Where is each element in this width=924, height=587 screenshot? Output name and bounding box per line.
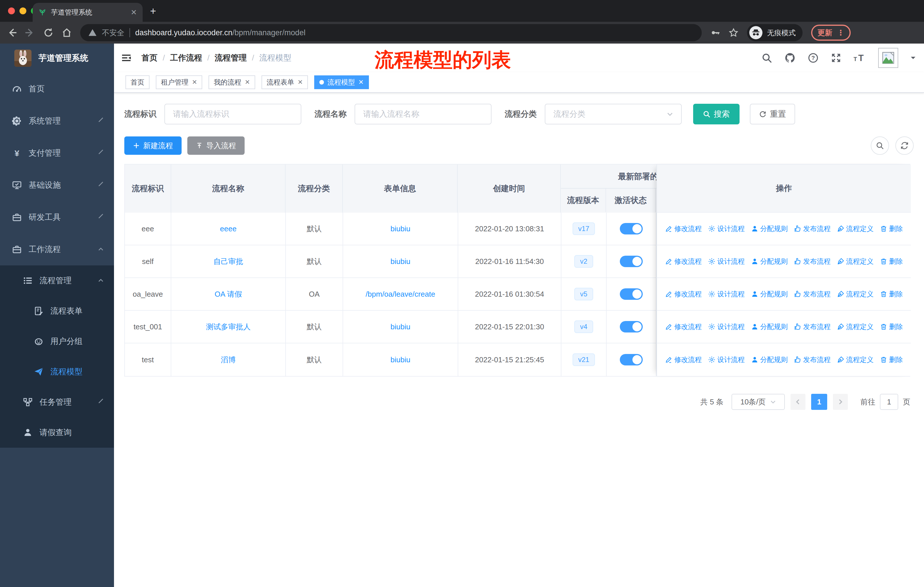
tag-close-icon[interactable]: ✕ xyxy=(298,79,303,86)
cell-process-name-link[interactable]: 测试多审批人 xyxy=(171,311,286,343)
breadcrumb-item[interactable]: 流程管理 xyxy=(215,53,247,63)
publish-process-link[interactable]: 发布流程 xyxy=(794,355,831,364)
edit-process-link[interactable]: 修改流程 xyxy=(665,322,702,331)
edit-process-link[interactable]: 修改流程 xyxy=(665,224,702,233)
active-toggle[interactable] xyxy=(620,223,643,235)
version-badge[interactable]: v2 xyxy=(574,255,593,268)
cell-process-name-link[interactable]: 自己审批 xyxy=(171,245,286,278)
tag-close-icon[interactable]: ✕ xyxy=(244,79,250,86)
tag-tenant[interactable]: 租户管理✕ xyxy=(156,75,202,89)
sidebar-item-task-mgmt[interactable]: 任务管理 xyxy=(0,387,114,417)
active-toggle[interactable] xyxy=(620,256,643,267)
sidebar-item-process-mgmt[interactable]: 流程管理 xyxy=(0,265,114,296)
tag-close-icon[interactable]: ✕ xyxy=(358,79,363,86)
help-icon[interactable]: ? xyxy=(808,53,818,63)
toggle-search-button[interactable] xyxy=(871,136,889,155)
active-toggle[interactable] xyxy=(620,321,643,332)
delete-link[interactable]: 删除 xyxy=(880,224,903,233)
cell-process-name-link[interactable]: 滔博 xyxy=(171,343,286,376)
process-name-input[interactable] xyxy=(355,104,492,124)
page-size-select[interactable]: 10条/页 xyxy=(731,394,785,410)
menu-kebab-icon[interactable]: ⋮ xyxy=(837,29,844,36)
tag-process-model[interactable]: 流程模型✕ xyxy=(314,75,369,89)
tag-close-icon[interactable]: ✕ xyxy=(192,79,197,86)
version-badge[interactable]: v5 xyxy=(574,288,593,300)
breadcrumb-item[interactable]: 流程模型 xyxy=(259,53,291,63)
delete-link[interactable]: 删除 xyxy=(880,322,903,331)
assign-rule-link[interactable]: 分配规则 xyxy=(751,289,788,299)
edit-process-link[interactable]: 修改流程 xyxy=(665,289,702,299)
design-process-link[interactable]: 设计流程 xyxy=(708,355,745,364)
cell-form-link[interactable]: /bpm/oa/leave/create xyxy=(343,278,458,310)
cell-form-link[interactable]: biubiu xyxy=(343,311,458,343)
publish-process-link[interactable]: 发布流程 xyxy=(794,224,831,233)
assign-rule-link[interactable]: 分配规则 xyxy=(751,224,788,233)
reload-icon[interactable] xyxy=(43,28,53,38)
sidebar-header[interactable]: 芋道管理系统 xyxy=(0,43,114,73)
forward-icon[interactable] xyxy=(25,28,35,38)
assign-rule-link[interactable]: 分配规则 xyxy=(751,355,788,364)
tab-close-icon[interactable]: ✕ xyxy=(130,8,137,17)
process-id-input[interactable] xyxy=(164,104,301,124)
version-badge[interactable]: v21 xyxy=(573,354,595,366)
close-window-button[interactable] xyxy=(8,7,15,14)
refresh-table-button[interactable] xyxy=(895,136,914,155)
font-size-icon[interactable]: TT xyxy=(853,53,866,63)
current-page-button[interactable]: 1 xyxy=(811,394,827,410)
breadcrumb-item[interactable]: 工作流程 xyxy=(170,53,202,63)
process-definition-link[interactable]: 流程定义 xyxy=(837,355,874,364)
warning-icon[interactable] xyxy=(88,28,97,37)
design-process-link[interactable]: 设计流程 xyxy=(708,289,745,299)
reset-button[interactable]: 重置 xyxy=(750,104,795,124)
edit-process-link[interactable]: 修改流程 xyxy=(665,355,702,364)
sidebar-item-devtools[interactable]: 研发工具 xyxy=(0,201,114,233)
back-icon[interactable] xyxy=(7,28,16,38)
sidebar-item-system[interactable]: 系统管理 xyxy=(0,105,114,137)
next-page-button[interactable] xyxy=(833,394,848,410)
version-badge[interactable]: v17 xyxy=(573,222,595,235)
browser-tab[interactable]: 芋道管理系统 ✕ xyxy=(33,3,143,22)
edit-process-link[interactable]: 修改流程 xyxy=(665,257,702,266)
design-process-link[interactable]: 设计流程 xyxy=(708,257,745,266)
delete-link[interactable]: 删除 xyxy=(880,257,903,266)
tag-my-process[interactable]: 我的流程✕ xyxy=(208,75,255,89)
publish-process-link[interactable]: 发布流程 xyxy=(794,322,831,331)
cell-form-link[interactable]: biubiu xyxy=(343,245,458,278)
tag-process-form[interactable]: 流程表单✕ xyxy=(261,75,308,89)
assign-rule-link[interactable]: 分配规则 xyxy=(751,257,788,266)
address-field[interactable]: 不安全 dashboard.yudao.iocoder.cn/bpm/manag… xyxy=(80,24,702,41)
process-definition-link[interactable]: 流程定义 xyxy=(837,289,874,299)
process-definition-link[interactable]: 流程定义 xyxy=(837,224,874,233)
breadcrumb-item[interactable]: 首页 xyxy=(142,53,158,63)
new-tab-button[interactable]: + xyxy=(150,5,156,17)
sidebar-item-payment[interactable]: ¥支付管理 xyxy=(0,137,114,169)
caret-down-icon[interactable] xyxy=(910,55,916,61)
active-toggle[interactable] xyxy=(620,288,643,300)
assign-rule-link[interactable]: 分配规则 xyxy=(751,322,788,331)
delete-link[interactable]: 删除 xyxy=(880,289,903,299)
sidebar-item-workflow[interactable]: 工作流程 xyxy=(0,233,114,265)
category-select[interactable]: 流程分类 xyxy=(545,104,682,124)
cell-form-link[interactable]: biubiu xyxy=(343,343,458,376)
tag-home[interactable]: 首页 xyxy=(125,75,150,89)
sidebar-item-process-form[interactable]: 流程表单 xyxy=(0,296,114,326)
sidebar-item-home[interactable]: 首页 xyxy=(0,73,114,105)
key-icon[interactable] xyxy=(710,28,720,38)
sidebar-item-user-group[interactable]: 用户分组 xyxy=(0,326,114,357)
fullscreen-icon[interactable] xyxy=(831,53,842,63)
publish-process-link[interactable]: 发布流程 xyxy=(794,289,831,299)
sidebar-item-infra[interactable]: 基础设施 xyxy=(0,169,114,201)
sidebar-item-leave-query[interactable]: 请假查询 xyxy=(0,417,114,448)
prev-page-button[interactable] xyxy=(790,394,805,410)
create-process-button[interactable]: 新建流程 xyxy=(124,136,182,155)
user-avatar[interactable] xyxy=(878,48,898,68)
sidebar-fold-icon[interactable] xyxy=(121,53,131,63)
design-process-link[interactable]: 设计流程 xyxy=(708,322,745,331)
sidebar-item-process-model[interactable]: 流程模型 xyxy=(0,357,114,387)
import-process-button[interactable]: 导入流程 xyxy=(187,136,244,155)
version-badge[interactable]: v4 xyxy=(574,321,593,333)
cell-process-name-link[interactable]: OA 请假 xyxy=(171,278,286,310)
process-definition-link[interactable]: 流程定义 xyxy=(837,322,874,331)
cell-process-name-link[interactable]: eeee xyxy=(171,213,286,245)
design-process-link[interactable]: 设计流程 xyxy=(708,224,745,233)
